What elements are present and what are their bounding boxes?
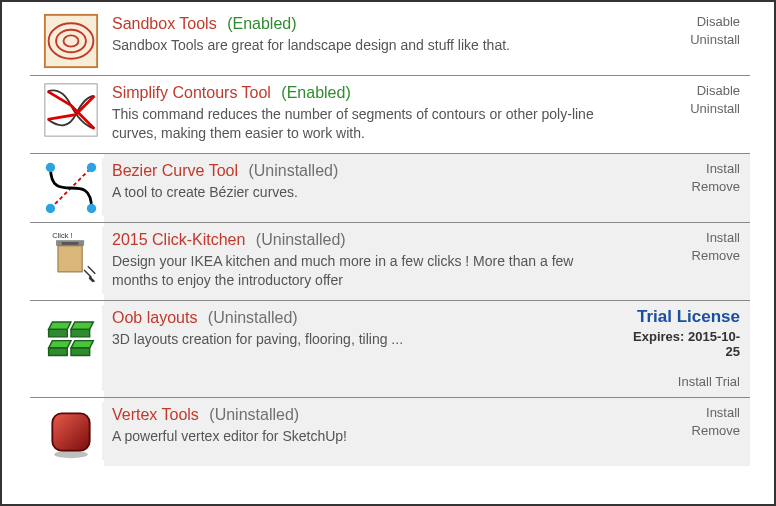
extension-body: 2015 Click-Kitchen (Uninstalled)Design y… — [102, 227, 620, 294]
extension-status: (Enabled) — [227, 15, 296, 32]
svg-marker-17 — [49, 341, 71, 348]
sandbox-icon — [40, 11, 102, 69]
extension-body: Bezier Curve Tool (Uninstalled)A tool to… — [102, 158, 620, 216]
extension-description: Design your IKEA kitchen and much more i… — [112, 252, 614, 290]
extension-title[interactable]: Bezier Curve Tool — [112, 162, 238, 179]
extension-actions: InstallRemove — [620, 402, 740, 460]
svg-rect-13 — [62, 242, 79, 245]
extension-manager: Sandbox Tools (Enabled)Sandbox Tools are… — [0, 0, 776, 506]
extension-title[interactable]: Oob layouts — [112, 309, 197, 326]
extension-description: Sandbox Tools are great for landscape de… — [112, 36, 614, 55]
oob-icon — [40, 305, 102, 391]
extension-list: Sandbox Tools (Enabled)Sandbox Tools are… — [2, 2, 774, 466]
uninstall-button[interactable]: Uninstall — [620, 31, 740, 49]
extension-description: This command reduces the number of segme… — [112, 105, 614, 143]
disable-button[interactable]: Disable — [620, 82, 740, 100]
extension-actions: DisableUninstall — [620, 80, 740, 147]
title-line: Oob layouts (Uninstalled) — [112, 307, 614, 329]
svg-rect-12 — [58, 246, 82, 272]
vertex-icon — [40, 402, 102, 460]
svg-point-9 — [87, 204, 96, 213]
title-line: 2015 Click-Kitchen (Uninstalled) — [112, 229, 614, 251]
svg-marker-22 — [71, 348, 90, 355]
extension-status: (Uninstalled) — [256, 231, 346, 248]
extension-description: A powerful vertex editor for SketchUp! — [112, 427, 614, 446]
title-line: Bezier Curve Tool (Uninstalled) — [112, 160, 614, 182]
svg-text:Click !: Click ! — [52, 231, 72, 240]
extension-description: 3D layouts creation for paving, flooring… — [112, 330, 614, 349]
extension-actions: InstallRemove — [620, 227, 740, 294]
svg-marker-14 — [89, 276, 96, 283]
svg-rect-4 — [45, 84, 97, 136]
svg-marker-16 — [71, 322, 93, 329]
uninstall-button[interactable]: Uninstall — [620, 100, 740, 118]
extension-description: A tool to create Bézier curves. — [112, 183, 614, 202]
extension-row: Bezier Curve Tool (Uninstalled)A tool to… — [30, 154, 750, 223]
extension-status: (Uninstalled) — [208, 309, 298, 326]
extension-status: (Enabled) — [281, 84, 350, 101]
install-button[interactable]: Install — [620, 404, 740, 422]
svg-marker-19 — [49, 329, 68, 336]
install-button[interactable]: Install — [620, 160, 740, 178]
extension-body: Simplify Contours Tool (Enabled)This com… — [102, 80, 620, 147]
extension-row: Vertex Tools (Uninstalled)A powerful ver… — [30, 398, 750, 466]
kitchen-icon: Click ! — [40, 227, 102, 294]
svg-marker-18 — [71, 341, 93, 348]
extension-title[interactable]: Simplify Contours Tool — [112, 84, 271, 101]
extension-status: (Uninstalled) — [209, 406, 299, 423]
svg-point-6 — [46, 163, 55, 172]
title-line: Simplify Contours Tool (Enabled) — [112, 82, 614, 104]
extension-body: Oob layouts (Uninstalled)3D layouts crea… — [102, 305, 620, 391]
remove-button[interactable]: Remove — [620, 247, 740, 265]
extension-actions: Trial LicenseExpires: 2015-10-25Install … — [620, 305, 740, 391]
trial-license-label: Trial License — [620, 307, 740, 327]
extension-row: Oob layouts (Uninstalled)3D layouts crea… — [30, 301, 750, 398]
extension-title[interactable]: Vertex Tools — [112, 406, 199, 423]
bezier-icon — [40, 158, 102, 216]
trial-expires: Expires: 2015-10-25 — [620, 329, 740, 359]
svg-rect-23 — [52, 413, 89, 450]
title-line: Vertex Tools (Uninstalled) — [112, 404, 614, 426]
svg-point-7 — [46, 204, 55, 213]
svg-marker-15 — [49, 322, 71, 329]
extension-status: (Uninstalled) — [248, 162, 338, 179]
title-line: Sandbox Tools (Enabled) — [112, 13, 614, 35]
extension-row: Click !2015 Click-Kitchen (Uninstalled)D… — [30, 223, 750, 301]
extension-actions: InstallRemove — [620, 158, 740, 216]
extension-title[interactable]: Sandbox Tools — [112, 15, 217, 32]
extension-body: Sandbox Tools (Enabled)Sandbox Tools are… — [102, 11, 620, 69]
svg-point-24 — [54, 451, 88, 458]
extension-row: Simplify Contours Tool (Enabled)This com… — [30, 76, 750, 154]
extension-title[interactable]: 2015 Click-Kitchen — [112, 231, 245, 248]
install-button[interactable]: Install — [620, 229, 740, 247]
svg-point-8 — [87, 163, 96, 172]
extension-body: Vertex Tools (Uninstalled)A powerful ver… — [102, 402, 620, 460]
extension-actions: DisableUninstall — [620, 11, 740, 69]
remove-button[interactable]: Remove — [620, 178, 740, 196]
simplify-icon — [40, 80, 102, 147]
svg-marker-20 — [71, 329, 90, 336]
disable-button[interactable]: Disable — [620, 13, 740, 31]
extension-row: Sandbox Tools (Enabled)Sandbox Tools are… — [30, 7, 750, 76]
svg-marker-21 — [49, 348, 68, 355]
install-trial-button[interactable]: Install Trial — [620, 373, 740, 391]
remove-button[interactable]: Remove — [620, 422, 740, 440]
